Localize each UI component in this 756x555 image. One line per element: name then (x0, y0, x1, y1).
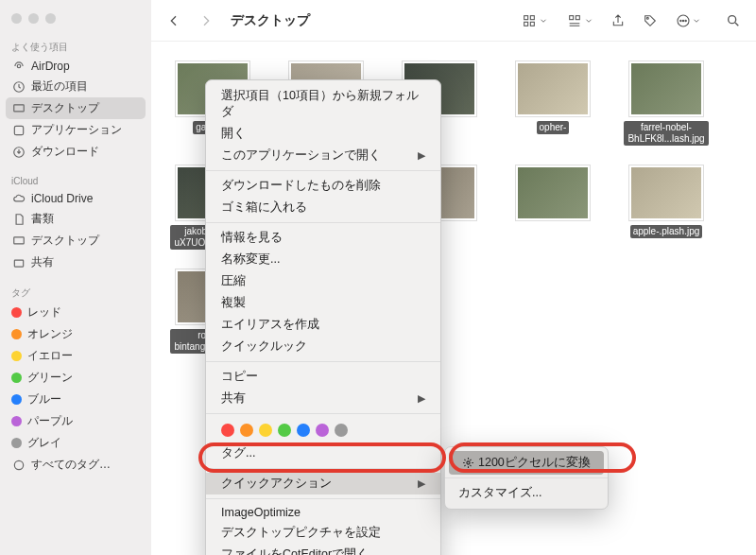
svg-rect-5 (13, 236, 24, 243)
ctx-tags[interactable]: タグ... (206, 442, 440, 464)
file-thumbnail (628, 61, 704, 117)
location-title: デスクトップ (231, 12, 310, 29)
file-item[interactable] (510, 165, 595, 250)
group-button[interactable] (561, 11, 597, 30)
svg-rect-2 (13, 104, 24, 111)
tag-green[interactable]: グリーン (0, 367, 151, 389)
svg-point-16 (680, 20, 681, 21)
file-item[interactable]: farrel-nobel-BhLFK8l...lash.jpg (624, 61, 709, 146)
file-item[interactable]: opher- (510, 61, 595, 146)
back-button[interactable] (163, 11, 185, 30)
svg-rect-3 (14, 126, 23, 134)
tag-red[interactable]: レッド (0, 302, 151, 323)
section-favorites: よく使う項目 (0, 37, 151, 56)
tag-color-dot[interactable] (259, 424, 272, 437)
ctx-rename[interactable]: 名称変更... (206, 249, 440, 270)
sidebar-item-recents[interactable]: 最近の項目 (0, 76, 151, 97)
tag-yellow[interactable]: イエロー (0, 345, 151, 367)
sidebar-item-documents[interactable]: 書類 (0, 208, 151, 230)
chevron-right-icon: ▶ (418, 392, 425, 405)
tag-dot-icon (11, 373, 22, 383)
ctx-set-desktop[interactable]: デスクトップピクチャを設定 (206, 522, 440, 544)
svg-rect-10 (524, 22, 528, 26)
sidebar-item-icloud-drive[interactable]: iCloud Drive (0, 188, 151, 208)
close-dot[interactable] (11, 13, 22, 24)
sidebar-item-shared[interactable]: 共有 (0, 251, 151, 273)
tag-color-dot[interactable] (221, 424, 234, 437)
download-icon (11, 145, 26, 159)
share-button[interactable] (607, 11, 629, 30)
tag-color-dot[interactable] (316, 424, 329, 437)
sidebar-item-apps[interactable]: アプリケーション (0, 119, 151, 141)
file-item[interactable]: apple-.plash.jpg (624, 165, 709, 250)
forward-button[interactable] (195, 11, 217, 30)
sidebar-item-icloud-desktop[interactable]: デスクトップ (0, 230, 151, 251)
svg-point-18 (685, 20, 686, 21)
submenu-convert-1200[interactable]: 1200ピクセルに変換 (449, 451, 604, 475)
ctx-image-optimize[interactable]: ImageOptimize (206, 503, 440, 522)
ctx-copy[interactable]: コピー (206, 366, 440, 388)
app-icon (11, 123, 26, 137)
sidebar-item-airdrop[interactable]: AirDrop (0, 56, 151, 76)
ctx-open[interactable]: 開く (206, 123, 440, 145)
max-dot[interactable] (45, 13, 56, 24)
tag-button[interactable] (639, 11, 662, 30)
ctx-info[interactable]: 情報を見る (206, 227, 440, 249)
tag-dot-icon (11, 329, 22, 339)
chevron-right-icon: ▶ (418, 477, 425, 490)
file-name: apple-.plash.jpg (630, 225, 703, 238)
search-button[interactable] (722, 11, 745, 30)
chevron-right-icon: ▶ (418, 149, 425, 162)
svg-point-19 (729, 15, 736, 23)
ctx-trash[interactable]: ゴミ箱に入れる (206, 197, 440, 218)
view-mode-button[interactable] (516, 11, 552, 30)
svg-rect-12 (570, 15, 574, 19)
file-name: farrel-nobel-BhLFK8l...lash.jpg (624, 121, 709, 146)
sidebar-item-desktop[interactable]: デスクトップ (6, 97, 146, 119)
ctx-remove-download[interactable]: ダウンロードしたものを削除 (206, 175, 440, 197)
cloud-icon (11, 191, 26, 205)
tag-dot-icon (11, 438, 22, 448)
tag-blue[interactable]: ブルー (0, 389, 151, 410)
svg-rect-9 (530, 15, 534, 19)
tag-gray[interactable]: グレイ (0, 432, 151, 454)
svg-point-7 (14, 460, 23, 469)
svg-point-17 (682, 20, 683, 21)
svg-rect-6 (14, 260, 23, 267)
more-button[interactable] (671, 11, 705, 30)
toolbar: デスクトップ (151, 0, 756, 42)
file-thumbnail (515, 165, 591, 221)
tag-orange[interactable]: オレンジ (0, 323, 151, 345)
ctx-tag-colors (206, 418, 440, 442)
file-name: opher- (537, 121, 570, 134)
svg-rect-11 (530, 22, 534, 26)
ctx-duplicate[interactable]: 複製 (206, 292, 440, 314)
ctx-alias[interactable]: エイリアスを作成 (206, 314, 440, 336)
ctx-share[interactable]: 共有▶ (206, 388, 440, 409)
tag-color-dot[interactable] (240, 424, 253, 437)
ctx-new-folder[interactable]: 選択項目（10項目）から新規フォルダ (206, 85, 440, 123)
ctx-compress[interactable]: 圧縮 (206, 270, 440, 292)
tag-color-dot[interactable] (278, 424, 291, 437)
ctx-quick-actions[interactable]: クイックアクション▶ (206, 473, 440, 494)
gear-icon (462, 457, 474, 469)
ctx-open-coteditor[interactable]: ファイルをCotEditorで開く (206, 544, 440, 555)
submenu-customize[interactable]: カスタマイズ... (445, 481, 608, 505)
tag-dot-icon (11, 351, 22, 361)
tag-color-dot[interactable] (335, 424, 348, 437)
ctx-quicklook[interactable]: クイックルック (206, 336, 440, 357)
tag-dot-icon (11, 307, 22, 318)
sidebar-item-downloads[interactable]: ダウンロード (0, 141, 151, 163)
tag-dot-icon (11, 416, 22, 426)
ctx-open-with[interactable]: このアプリケーションで開く▶ (206, 145, 440, 166)
tag-color-dot[interactable] (297, 424, 310, 437)
airdrop-icon (11, 59, 26, 73)
min-dot[interactable] (28, 13, 39, 24)
shared-icon (11, 255, 26, 269)
section-tags: タグ (0, 283, 151, 302)
desktop-icon (11, 234, 26, 248)
svg-rect-13 (576, 15, 579, 19)
tag-all[interactable]: すべてのタグ… (0, 454, 151, 476)
file-thumbnail (515, 61, 591, 117)
tag-purple[interactable]: パープル (0, 410, 151, 432)
